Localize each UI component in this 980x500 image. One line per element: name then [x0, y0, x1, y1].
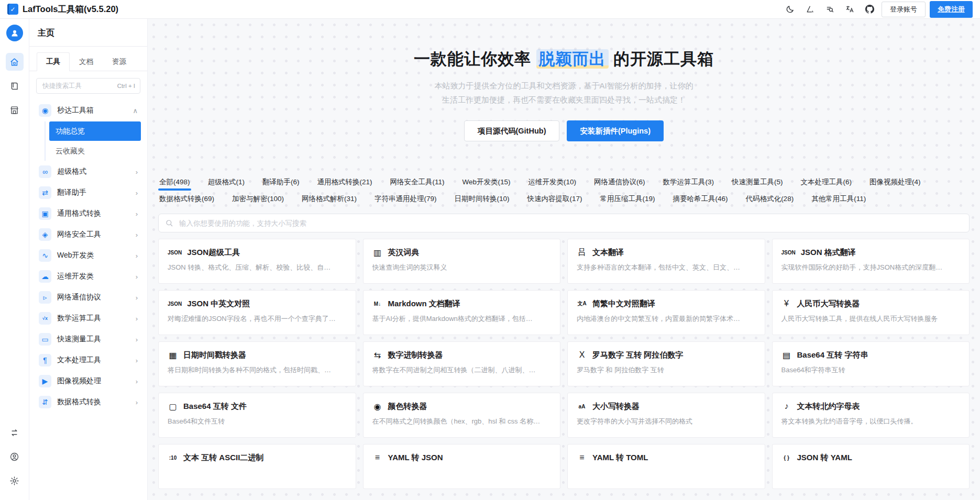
- filter-tab[interactable]: 常用压缩工具(19): [599, 192, 656, 206]
- tool-card[interactable]: ¥人民币大写转换器人民币大写转换工具，提供在线人民币大写转换服务: [772, 290, 970, 335]
- search-panel-icon[interactable]: [822, 3, 838, 16]
- sidebar-item-text-tools[interactable]: ¶文本处理工具›: [36, 350, 141, 371]
- sidebar-item-measure-tools[interactable]: ▭快速测量工具›: [36, 329, 141, 350]
- tool-card-head: :10文本 互转 ASCII二进制: [168, 452, 347, 463]
- tool-card[interactable]: M↓Markdown 文档翻译基于AI分析，提供Markdown格式的文档翻译，…: [363, 290, 561, 335]
- sidebar-item-label: 数据格式转换: [57, 397, 101, 407]
- filter-tab[interactable]: 日期时间转换(10): [454, 192, 511, 206]
- tool-card[interactable]: aA大小写转换器更改字符串的大小写并选择不同的格式: [567, 393, 765, 438]
- sidebar-item-media-tools[interactable]: ▶图像视频处理›: [36, 371, 141, 392]
- tool-card[interactable]: ▢Base64 互转 文件Base64和文件互转: [158, 393, 356, 438]
- doc-icon: ▤: [781, 350, 792, 360]
- tool-card-title: Base64 互转 字符串: [797, 350, 868, 360]
- filter-tab[interactable]: 摘要哈希工具(46): [672, 192, 729, 206]
- tool-search-input[interactable]: [178, 219, 963, 228]
- avatar[interactable]: [6, 25, 23, 41]
- filter-tab[interactable]: 全部(498): [158, 175, 191, 189]
- sidebar-group-miaoda-toolbox[interactable]: ◉秒达工具箱∧: [36, 100, 141, 121]
- filter-tab[interactable]: 通用格式转换(21): [316, 175, 373, 189]
- filter-tab[interactable]: 网络通信协议(6): [593, 175, 646, 189]
- tool-card[interactable]: ◉颜色转换器在不同格式之间转换颜色（hex、rgb、hsl 和 css 名称…: [363, 393, 561, 438]
- tool-card[interactable]: JSONJSON 格式翻译实现软件国际化的好助手，支持JSON格式的深度翻…: [772, 239, 970, 284]
- json-icon: JSON: [168, 298, 182, 309]
- install-plugins-button[interactable]: 安装新插件(Plugins): [567, 120, 664, 141]
- app-title: LafTools工具箱(v5.5.20): [23, 4, 118, 15]
- sidebar-subitem-feature-overview[interactable]: 功能总览: [49, 121, 141, 141]
- sidebar-tab-2[interactable]: 资源: [103, 52, 136, 71]
- tool-card[interactable]: ▦日期时间戳转换器将日期和时间转换为各种不同的格式，包括时间戳、…: [158, 341, 356, 386]
- sidebar-item-web-dev[interactable]: ∿Web开发类›: [36, 245, 141, 266]
- filter-tab[interactable]: 文本处理工具(6): [800, 175, 853, 189]
- feedback-icon[interactable]: [802, 3, 818, 16]
- sidebar-item-label: 超级格式: [57, 167, 86, 176]
- tool-card-head: JSONJSON 中英文对照: [168, 298, 347, 309]
- sidebar-item-format-convert[interactable]: ▣通用格式转换›: [36, 203, 141, 224]
- sidebar-item-ops-dev[interactable]: ☁运维开发类›: [36, 266, 141, 287]
- filter-tab[interactable]: Web开发类(15): [461, 175, 512, 189]
- tool-card-title: 罗马数字 互转 阿拉伯数字: [592, 350, 683, 360]
- media-icon: ▶: [39, 375, 51, 387]
- filter-tab[interactable]: 图像视频处理(4): [868, 175, 922, 189]
- sidebar-item-translate-assist[interactable]: ⇄翻译助手›: [36, 182, 141, 203]
- sidebar-item-security-tools[interactable]: ◈网络安全工具›: [36, 224, 141, 245]
- tool-card-title: 文本转北约字母表: [797, 402, 860, 412]
- sidebar-tab-1[interactable]: 文档: [70, 52, 103, 71]
- filter-tab[interactable]: 数据格式转换(69): [158, 192, 215, 206]
- filter-tab[interactable]: 网络格式解析(31): [301, 192, 358, 206]
- tool-card[interactable]: ♪文本转北约字母表将文本转换为北约语音字母，以便口头传播。: [772, 393, 970, 438]
- sidebar-item-label: 通用格式转换: [57, 209, 101, 218]
- tool-card[interactable]: JSONJSON超级工具JSON 转换、格式化、压缩、解析、校验、比较、自…: [158, 239, 356, 284]
- tool-card[interactable]: { }JSON 转 YAML: [772, 444, 970, 489]
- filter-tab[interactable]: 其他常用工具(11): [810, 192, 867, 206]
- tool-card[interactable]: ≡YAML 转 JSON: [363, 444, 561, 489]
- filter-tab[interactable]: 快速测量工具(5): [731, 175, 784, 189]
- tool-card[interactable]: 吕文本翻译支持多种语言的文本翻译，包括中文、英文、日文、…: [567, 239, 765, 284]
- rail-transfer-button[interactable]: [6, 424, 24, 441]
- github-icon[interactable]: [862, 3, 877, 16]
- filter-tab[interactable]: 运维开发类(10): [527, 175, 578, 189]
- tool-card[interactable]: ▥英汉词典快速查询生词的英汉释义: [363, 239, 561, 284]
- tool-card[interactable]: ⇆数字进制转换器将数字在不同进制之间相互转换（二进制、八进制、…: [363, 341, 561, 386]
- tool-card[interactable]: ▤Base64 互转 字符串Base64和字符串互转: [772, 341, 970, 386]
- filter-tab[interactable]: 加密与解密(100): [231, 192, 285, 206]
- rail-store-button[interactable]: [6, 101, 24, 119]
- sidebar-item-math-tools[interactable]: √x数学运算工具›: [36, 308, 141, 329]
- register-button[interactable]: 免费注册: [930, 1, 973, 18]
- sidebar-search-input[interactable]: [41, 82, 114, 90]
- sidebar-tab-0[interactable]: 工具: [37, 52, 70, 71]
- tool-card-title: 英汉词典: [388, 248, 420, 258]
- github-source-button[interactable]: 项目源代码(GitHub): [464, 120, 559, 141]
- filter-tab[interactable]: 超级格式(1): [207, 175, 246, 189]
- tool-card[interactable]: 文A简繁中文对照翻译内地港澳台的中文简繁互转，内置最新的简繁字体术…: [567, 290, 765, 335]
- app-logo[interactable]: ✓ LafTools工具箱(v5.5.20): [7, 4, 118, 15]
- markdown-icon: M↓: [372, 298, 383, 309]
- filter-tab[interactable]: 代码格式化(28): [745, 192, 795, 206]
- sidebar-subitem-cloud-favorites[interactable]: 云收藏夹: [49, 141, 141, 161]
- filter-tab[interactable]: 快速内容提取(17): [526, 192, 583, 206]
- filter-tab[interactable]: 网络安全工具(11): [389, 175, 446, 189]
- sidebar-item-label: 网络通信协议: [57, 293, 101, 302]
- sidebar-tabs: 工具文档资源: [29, 47, 147, 71]
- tool-card[interactable]: ≡YAML 转 TOML: [567, 444, 765, 489]
- rail-docs-button[interactable]: [6, 77, 24, 95]
- rail-home-button[interactable]: [6, 53, 24, 71]
- sidebar-item-network-protocol[interactable]: ▹网络通信协议›: [36, 287, 141, 308]
- tool-card-desc: 更改字符串的大小写并选择不同的格式: [577, 417, 756, 426]
- sidebar-item-data-convert[interactable]: ⇵数据格式转换›: [36, 392, 141, 413]
- rail-settings-button[interactable]: [6, 472, 24, 490]
- rail-account-button[interactable]: [6, 448, 24, 465]
- translate-icon[interactable]: [842, 3, 857, 16]
- filter-tab[interactable]: 翻译助手(6): [261, 175, 301, 189]
- filter-tab[interactable]: 字符串通用处理(79): [373, 192, 438, 206]
- login-button[interactable]: 登录账号: [882, 2, 926, 17]
- tool-card[interactable]: X罗马数字 互转 阿拉伯数字罗马数字 和 阿拉伯数字 互转: [567, 341, 765, 386]
- sidebar-item-super-format[interactable]: ∞超级格式›: [36, 161, 141, 182]
- chevron-right-icon: ›: [136, 252, 138, 260]
- tool-card[interactable]: JSONJSON 中英文对照对晦涩难懂的JSON字段名，再也不用一个个查字典了…: [158, 290, 356, 335]
- security-icon: ◈: [39, 228, 51, 241]
- tool-card-head: ▤Base64 互转 字符串: [781, 350, 961, 360]
- sidebar-search: Ctrl + I: [36, 78, 140, 94]
- filter-tab[interactable]: 数学运算工具(3): [662, 175, 715, 189]
- dark-mode-icon[interactable]: [782, 3, 798, 16]
- tool-card[interactable]: :10文本 互转 ASCII二进制: [158, 444, 356, 489]
